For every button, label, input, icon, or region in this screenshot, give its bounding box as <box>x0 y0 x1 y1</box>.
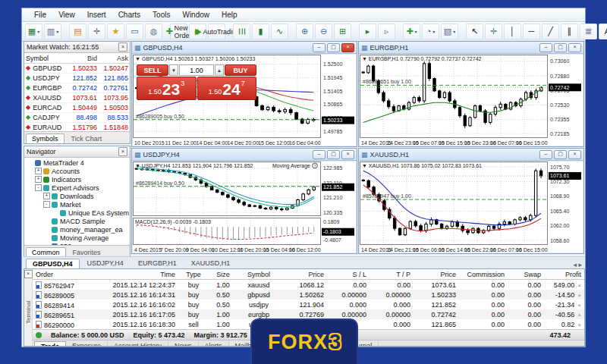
column-header-time[interactable]: Time <box>92 271 178 278</box>
close-order-icon[interactable]: × <box>577 292 581 299</box>
volume-up-stepper[interactable]: ▲ <box>215 64 224 76</box>
channel-button[interactable]: ∥ <box>561 24 578 39</box>
periods-button[interactable]: ◔▾ <box>422 24 439 39</box>
tile-windows-button[interactable]: ⊞ <box>334 24 351 39</box>
templates-button[interactable]: ▧▾ <box>441 24 458 39</box>
zoom-in-button[interactable]: ⊕ <box>296 24 313 39</box>
close-icon[interactable]: × <box>118 42 127 52</box>
close-order-icon[interactable]: × <box>577 282 581 289</box>
chart-shift-button[interactable]: ▹ <box>378 24 395 39</box>
market-watch-row-cadjpy[interactable]: ◆CADJPY88.49888.533 <box>24 113 130 123</box>
navigator-item-accounts[interactable]: +Accounts <box>24 167 130 175</box>
terminal-toggle[interactable]: ▭ <box>126 24 143 39</box>
tab-scroll-arrows[interactable]: ◂ ▸ <box>573 261 582 268</box>
chart-tab-gbpusd-h4[interactable]: GBPUSD,H4 <box>26 259 80 268</box>
minimize-icon[interactable]: – <box>539 150 552 159</box>
expander-icon[interactable]: + <box>35 176 42 183</box>
tab-symbols[interactable]: Symbols <box>26 133 64 143</box>
chart-canvas-eurgbp-h1[interactable]: 0.730600.728800.727050.725300.723550.721… <box>360 55 583 146</box>
chart-canvas-usdjpy-h4[interactable]: 122.985122.110121.210120.335#86289414 bu… <box>133 162 356 253</box>
column-header-profit[interactable]: Profit <box>544 271 584 278</box>
vertical-line-button[interactable]: │ <box>504 24 521 39</box>
navigator-item-indicators[interactable]: +Indicators <box>24 175 130 184</box>
column-header-symbol[interactable]: Symbol <box>237 271 280 278</box>
navigator-item-money-manager-ea[interactable]: money_manager_ea <box>24 225 130 234</box>
column-header-s-l[interactable]: S / L <box>327 271 370 278</box>
indicators-button[interactable]: ✚▾ <box>403 24 420 39</box>
new-order-button[interactable]: ✚New Order <box>170 24 187 39</box>
navigator-item-macd-sample[interactable]: MACD Sample <box>24 217 130 225</box>
menu-item-charts[interactable]: Charts <box>112 10 146 20</box>
volume-input[interactable]: 1.00 <box>179 64 214 76</box>
navigator-item-expert-advisors[interactable]: -Expert Advisors <box>24 184 130 192</box>
market-watch-row-eurgbp[interactable]: ◆EURGBP0.727420.72761 <box>24 83 130 93</box>
one-click-sell-button[interactable]: SELL <box>137 64 168 76</box>
terminal-tab-alerts[interactable]: Alerts <box>199 341 229 346</box>
menu-item-file[interactable]: File <box>28 10 52 20</box>
column-header-size[interactable]: Size <box>209 271 237 278</box>
expander-icon[interactable]: - <box>35 184 42 191</box>
maximize-icon[interactable]: ▢ <box>327 150 340 159</box>
market-watch-toggle[interactable]: ▤ <box>69 24 86 39</box>
column-header-order[interactable]: Order <box>33 271 92 278</box>
close-order-icon[interactable]: × <box>577 312 581 318</box>
terminal-tab-news[interactable]: News <box>168 341 199 346</box>
terminal-tab-account-history[interactable]: Account History <box>108 341 168 346</box>
close-icon[interactable]: × <box>24 270 33 278</box>
zoom-out-button[interactable]: ⊖ <box>315 24 332 39</box>
trendline-button[interactable]: ╱ <box>542 24 559 39</box>
close-icon[interactable]: × <box>568 150 581 159</box>
chart-window-titlebar[interactable]: ▦XAUUSD,H1–▢× <box>359 149 583 161</box>
bar-chart-button[interactable]: ☰ <box>233 24 250 39</box>
navigator-item-market[interactable]: -Market <box>24 200 130 209</box>
minimize-icon[interactable]: – <box>539 43 552 52</box>
chart-window-titlebar[interactable]: ▦USDJPY,H4–▢× <box>132 149 357 161</box>
autoscroll-button[interactable]: ▸ <box>359 24 376 39</box>
column-header-type[interactable]: Type <box>178 271 209 278</box>
column-header-t-p[interactable]: T / P <box>370 271 414 278</box>
chart-canvas-xauusd-h1[interactable]: 1075.701072.301068.901065.401062.001058.… <box>360 162 583 253</box>
tab-tick-chart[interactable]: Tick Chart <box>66 134 108 143</box>
cursor-button[interactable]: ↖ <box>466 24 483 39</box>
market-watch-row-eurcad[interactable]: ◆EURCAD1.504491.50503 <box>24 103 130 113</box>
navigator-toggle[interactable]: ★ <box>107 24 124 39</box>
column-header-swap[interactable]: Swap <box>508 271 544 278</box>
close-icon[interactable]: × <box>341 43 354 52</box>
close-icon[interactable]: × <box>568 43 581 52</box>
crosshair-button[interactable]: ✛ <box>485 24 502 39</box>
terminal-tab-exposure[interactable]: Exposure <box>66 341 108 346</box>
navigator-item-moving-average[interactable]: Moving Average <box>24 234 130 242</box>
text-button[interactable]: A <box>599 24 607 39</box>
column-header-price[interactable]: Price <box>280 271 327 278</box>
market-watch-row-usdjpy[interactable]: ◆USDJPY121.852121.865 <box>24 74 130 83</box>
expander-icon[interactable]: + <box>35 168 42 174</box>
chart-window-titlebar[interactable]: ▦GBPUSD,H4–▢× <box>132 42 357 54</box>
chart-tab-usdjpy-h4[interactable]: USDJPY,H4 <box>80 258 131 268</box>
chart-window-titlebar[interactable]: ▦EURGBP,H1–▢× <box>359 42 583 54</box>
one-click-buy-button[interactable]: BUY <box>225 64 256 76</box>
close-icon[interactable]: × <box>118 147 127 156</box>
menu-item-help[interactable]: Help <box>215 10 244 20</box>
menu-item-tools[interactable]: Tools <box>146 10 176 20</box>
close-icon[interactable]: × <box>341 150 354 159</box>
minimize-icon[interactable]: – <box>313 43 326 52</box>
menu-item-window[interactable]: Window <box>176 10 215 20</box>
market-watch-row-euraud[interactable]: ◆EURAUD1.517961.51848 <box>24 123 130 131</box>
close-order-icon[interactable]: × <box>577 322 581 328</box>
column-header-commission[interactable]: Commission <box>459 271 508 278</box>
autotrading-button[interactable]: ▶AutoTrading <box>208 24 225 39</box>
chart-tab-xauusd-h1[interactable]: XAUUSD,H1 <box>184 258 237 268</box>
chart-tab-eurgbp-h1[interactable]: EURGBP,H1 <box>131 258 184 268</box>
candlestick-button[interactable]: ▮ <box>252 24 269 39</box>
close-order-icon[interactable]: × <box>577 302 581 309</box>
horizontal-line-button[interactable]: ─ <box>523 24 540 39</box>
sell-price-display[interactable]: 1.50233 <box>137 77 197 100</box>
column-header-price[interactable]: Price <box>414 271 459 278</box>
buy-price-display[interactable]: 1.50247 <box>197 77 257 100</box>
expander-icon[interactable]: - <box>43 201 50 208</box>
minimize-icon[interactable]: – <box>313 150 326 159</box>
market-watch-row-gbpusd[interactable]: ◆GBPUSD1.502331.50247 <box>24 64 130 74</box>
maximize-icon[interactable]: ▢ <box>327 43 340 52</box>
order-row-85762947[interactable]: 857629472015.12.14 12:24:37buy1.00xauusd… <box>33 280 584 290</box>
maximize-icon[interactable]: ▢ <box>554 43 567 52</box>
